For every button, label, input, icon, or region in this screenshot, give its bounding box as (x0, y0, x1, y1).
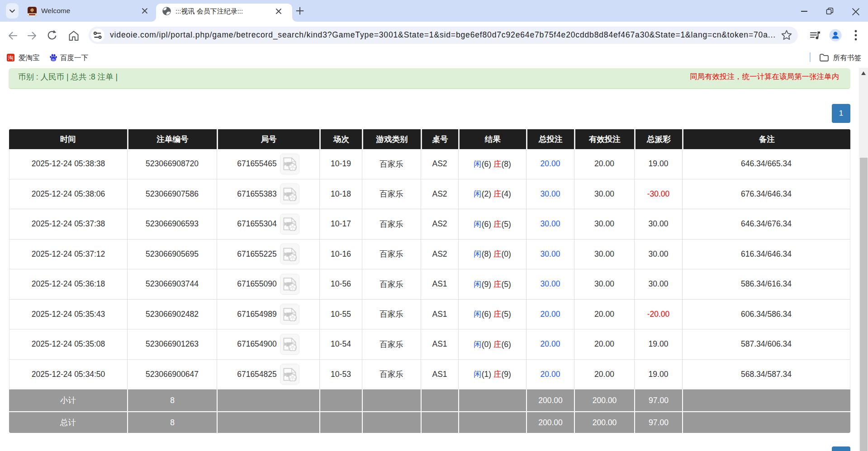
svg-text:淘: 淘 (8, 55, 14, 61)
svg-text:du: du (52, 58, 55, 61)
